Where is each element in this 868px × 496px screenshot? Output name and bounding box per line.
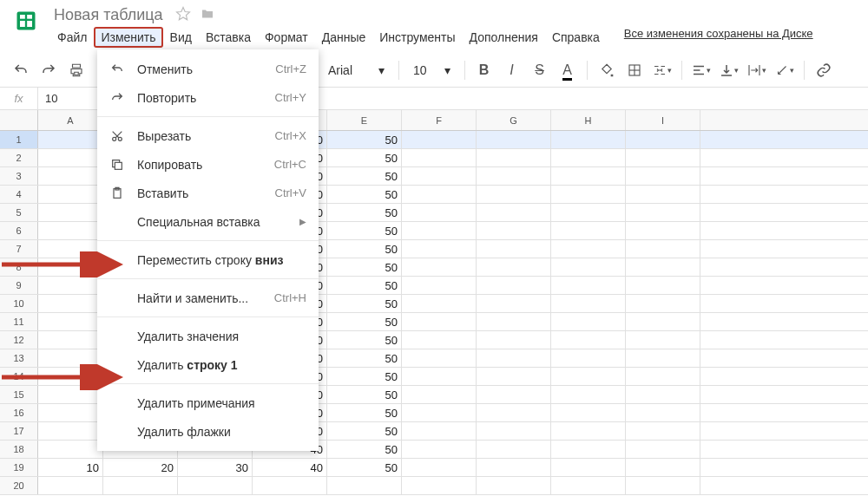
cell[interactable] [38,277,103,294]
undo-button[interactable] [9,58,33,82]
text-color-button[interactable]: A [556,58,580,82]
row-header[interactable]: 17 [0,422,38,440]
menu-undo[interactable]: ОтменитьCtrl+Z [97,55,319,83]
menu-move-row-down[interactable]: Переместить строку вниз [97,245,319,274]
cell[interactable]: 50 [327,186,402,203]
cell[interactable] [551,368,626,385]
cell[interactable] [551,131,626,148]
cell[interactable] [626,331,700,349]
cell[interactable]: 30 [178,459,253,476]
cell[interactable] [626,368,700,385]
cell[interactable] [551,222,626,239]
cell[interactable] [38,404,103,421]
select-all-corner[interactable] [0,110,38,130]
menu-paste-special[interactable]: Специальная вставка▶ [97,207,319,236]
link-button[interactable] [812,58,836,82]
bold-button[interactable]: B [472,58,496,82]
cell[interactable] [477,422,551,440]
menu-copy[interactable]: КопироватьCtrl+C [97,150,319,179]
row-header[interactable]: 18 [0,441,38,458]
cell[interactable] [551,167,626,185]
cell[interactable] [402,313,477,330]
cell[interactable]: 50 [327,422,402,440]
row-header[interactable]: 16 [0,404,38,421]
cell[interactable] [626,149,700,166]
cell[interactable] [626,349,700,367]
cell[interactable] [477,167,551,185]
redo-button[interactable] [36,58,61,82]
cell[interactable] [477,149,551,166]
cell[interactable] [626,441,700,458]
borders-button[interactable] [622,58,647,82]
cell[interactable] [178,477,253,494]
cell[interactable] [551,295,626,312]
cell[interactable] [551,240,626,258]
cell[interactable] [38,422,103,440]
menu-file[interactable]: Файл [50,27,94,48]
cell[interactable]: 50 [327,386,402,403]
cell[interactable] [477,368,551,385]
col-header[interactable]: E [327,110,402,130]
row-header[interactable]: 9 [0,277,38,294]
menu-help[interactable]: Справка [545,27,607,48]
cell[interactable] [402,167,477,185]
cell[interactable]: 50 [327,404,402,421]
cell[interactable]: 20 [103,459,178,476]
cell[interactable] [626,386,700,403]
cell[interactable] [626,277,700,294]
cell[interactable] [38,131,103,148]
cell[interactable] [551,277,626,294]
cell[interactable]: 50 [327,349,402,367]
cell[interactable] [477,204,551,221]
cell[interactable] [402,295,477,312]
row-header[interactable]: 19 [0,459,38,476]
cell[interactable] [551,186,626,203]
table-row[interactable]: 191020304050 [0,459,868,477]
cell[interactable]: 50 [327,277,402,294]
rotate-button[interactable]: ▾ [773,58,797,82]
cell[interactable] [477,131,551,148]
cell[interactable]: 50 [327,258,402,276]
cell[interactable] [402,240,477,258]
menu-paste[interactable]: ВставитьCtrl+V [97,179,319,207]
row-header[interactable]: 20 [0,477,38,494]
cell[interactable]: 50 [327,331,402,349]
cell[interactable] [626,240,700,258]
menu-tools[interactable]: Инструменты [372,27,462,48]
menu-delete-values[interactable]: Удалить значения [97,322,319,350]
cell[interactable] [38,204,103,221]
row-header[interactable]: 2 [0,149,38,166]
cell[interactable] [402,331,477,349]
row-header[interactable]: 6 [0,222,38,239]
menu-insert[interactable]: Вставка [199,27,258,48]
cell[interactable] [477,258,551,276]
merge-button[interactable]: ▾ [650,58,674,82]
cell[interactable] [477,222,551,239]
cell[interactable] [626,167,700,185]
menu-redo[interactable]: ПовторитьCtrl+Y [97,83,319,112]
cell[interactable] [477,349,551,367]
cell[interactable] [477,331,551,349]
cell[interactable] [626,222,700,239]
menu-addons[interactable]: Дополнения [463,27,545,48]
cell[interactable]: 50 [327,313,402,330]
cell[interactable]: 50 [327,204,402,221]
cell[interactable] [551,149,626,166]
cell[interactable] [626,204,700,221]
cell[interactable] [477,186,551,203]
col-header[interactable]: F [402,110,477,130]
fill-color-button[interactable] [595,58,619,82]
cell[interactable] [38,186,103,203]
menu-find-replace[interactable]: Найти и заменить...Ctrl+H [97,284,319,312]
cell[interactable] [402,186,477,203]
print-button[interactable] [64,58,89,82]
menu-view[interactable]: Вид [163,27,199,48]
cell[interactable] [551,349,626,367]
cell[interactable]: 50 [327,368,402,385]
col-header[interactable]: I [626,110,700,130]
cell[interactable] [551,386,626,403]
col-header[interactable]: G [477,110,551,130]
app-logo-icon[interactable] [10,5,42,36]
cell[interactable] [626,313,700,330]
strike-button[interactable]: S [528,58,552,82]
